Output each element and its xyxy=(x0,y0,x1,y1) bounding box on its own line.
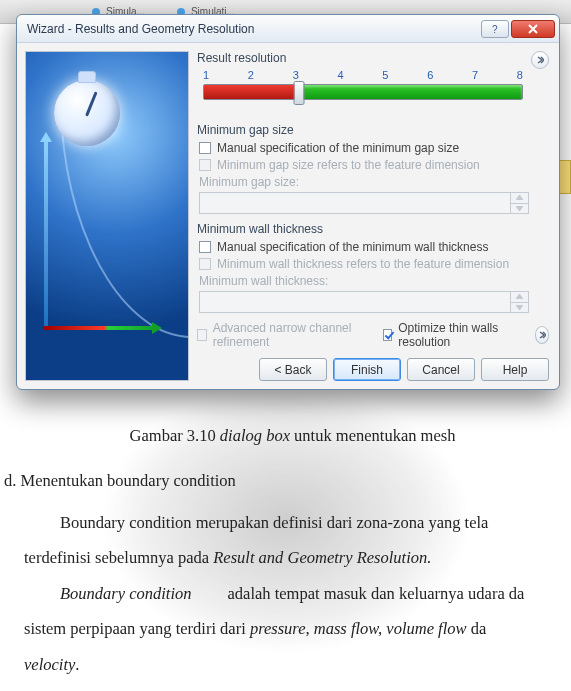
resolution-slider[interactable] xyxy=(203,84,523,100)
min-wall-manual-row[interactable]: Manual specification of the minimum wall… xyxy=(199,240,529,254)
min-wall-refers-label: Minimum wall thickness refers to the fea… xyxy=(217,257,509,271)
wizard-illustration xyxy=(25,51,189,381)
expand-advanced[interactable] xyxy=(535,326,549,344)
help-button-bottom[interactable]: Help xyxy=(481,358,549,381)
adv-narrow-checkbox xyxy=(197,329,207,341)
min-wall-field-label: Minimum wall thickness: xyxy=(199,274,328,288)
caption-it: dialog box xyxy=(220,426,290,445)
close-button[interactable] xyxy=(511,20,555,38)
min-wall-title: Minimum wall thickness xyxy=(197,222,529,236)
main-panel: Result resolution 1 2 3 4 5 6 7 8 xyxy=(197,43,559,389)
min-wall-refers-checkbox xyxy=(199,258,211,270)
titlebar[interactable]: Wizard - Results and Geometry Resolution… xyxy=(17,15,559,43)
min-wall-manual-label: Manual specification of the minimum wall… xyxy=(217,240,488,254)
optimize-thin-label: Optimize thin walls resolution xyxy=(398,321,516,349)
min-gap-refers-checkbox xyxy=(199,159,211,171)
dialog-title: Wizard - Results and Geometry Resolution xyxy=(27,22,254,36)
min-gap-spinner xyxy=(511,192,529,214)
optimize-thin-checkbox[interactable] xyxy=(383,329,393,341)
document-text: Gambar 3.10 dialog box untuk menentukan … xyxy=(24,418,561,682)
min-gap-input xyxy=(199,192,511,214)
min-wall-manual-checkbox[interactable] xyxy=(199,241,211,253)
wizard-buttons: < Back Finish Cancel Help xyxy=(259,358,549,381)
min-gap-manual-label: Manual specification of the minimum gap … xyxy=(217,141,459,155)
min-gap-manual-checkbox[interactable] xyxy=(199,142,211,154)
help-button[interactable]: ? xyxy=(481,20,509,38)
min-wall-refers-row: Minimum wall thickness refers to the fea… xyxy=(199,257,529,271)
adv-narrow-label: Advanced narrow channel refinement xyxy=(213,321,365,349)
min-wall-input xyxy=(199,291,511,313)
cancel-button[interactable]: Cancel xyxy=(407,358,475,381)
svg-text:?: ? xyxy=(492,24,498,34)
result-resolution-label: Result resolution xyxy=(197,51,529,65)
min-gap-field-label: Minimum gap size: xyxy=(199,175,299,189)
resolution-ticks: 1 2 3 4 5 6 7 8 xyxy=(197,69,529,81)
side-marker xyxy=(559,160,571,194)
slider-thumb[interactable] xyxy=(294,81,305,105)
caption-pre: Gambar 3.10 xyxy=(130,426,220,445)
wizard-dialog: Wizard - Results and Geometry Resolution… xyxy=(16,14,560,390)
min-gap-title: Minimum gap size xyxy=(197,123,529,137)
caption-post: untuk menentukan mesh xyxy=(290,426,455,445)
section-heading: d. Menentukan boundary condition xyxy=(4,463,561,498)
min-gap-manual-row[interactable]: Manual specification of the minimum gap … xyxy=(199,141,529,155)
min-wall-spinner xyxy=(511,291,529,313)
stopwatch-icon xyxy=(54,80,120,146)
min-gap-refers-label: Minimum gap size refers to the feature d… xyxy=(217,158,480,172)
back-button[interactable]: < Back xyxy=(259,358,327,381)
expand-result-resolution[interactable] xyxy=(531,51,549,69)
min-gap-refers-row: Minimum gap size refers to the feature d… xyxy=(199,158,529,172)
finish-button[interactable]: Finish xyxy=(333,358,401,381)
